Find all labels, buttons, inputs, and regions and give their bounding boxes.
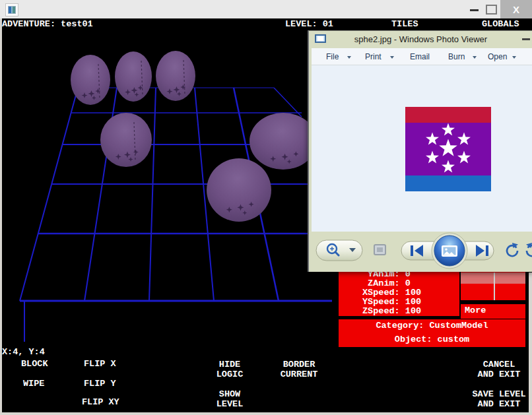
wipe-button[interactable]: WIPE [23,379,44,389]
menu-print[interactable]: Print [365,52,382,61]
flip-x-button[interactable]: FLIP X [84,360,116,369]
rotate-clockwise-button[interactable] [526,243,532,256]
more-button[interactable]: More [461,304,525,319]
category-label[interactable]: Category: CustomModel [339,321,525,331]
maximize-button[interactable] [486,5,497,15]
flip-y-button[interactable]: FLIP Y [84,379,116,389]
show-level-button[interactable]: SHOW LEVEL [211,389,248,409]
minimize-button[interactable] [470,9,479,11]
screen: X ADVENT [0,0,532,415]
menu-email[interactable]: Email [410,52,430,61]
fit-to-window-button[interactable] [374,245,385,255]
block-button[interactable]: BLOCK [21,360,48,369]
cancel-and-exit-button[interactable]: CANCEL AND EXIT [471,360,527,379]
photo-viewer-menubar: File Print Email Burn Open [312,48,532,65]
save-level-and-exit-button[interactable]: SAVE LEVEL AND EXIT [471,389,527,409]
tiles-button[interactable]: TILES [391,20,418,29]
window-border-left [0,18,2,415]
object-anim-speed-values[interactable]: YAnim: 0 ZAnim: 0 XSpeed: 100 YSpeed: 10… [362,270,421,316]
level-label[interactable]: LEVEL: 01 [285,20,333,29]
photo-viewer-content [312,65,532,232]
sphere-object[interactable] [100,113,152,167]
photo-viewer-title: sphe2.jpg - Windows Photo Viewer [309,34,532,44]
photo-viewer-window: sphe2.jpg - Windows Photo Viewer File Pr… [308,30,532,272]
more-label: More [465,306,486,315]
menu-file[interactable]: File [326,52,339,61]
photo-viewer-toolbar [309,232,532,272]
flip-xy-button[interactable]: FLIP XY [82,398,119,407]
sphere-object[interactable] [249,113,317,170]
object-label[interactable]: Object: custom [339,335,525,344]
window-border-bottom [0,412,532,415]
chevron-down-icon[interactable] [473,56,477,59]
menu-burn[interactable]: Burn [448,52,465,61]
sphere-object[interactable] [71,55,110,105]
object-category-panel: Category: CustomModel Object: custom [339,319,525,347]
scroll-indicator-line [494,272,495,300]
menu-open[interactable]: Open [488,52,507,61]
app-icon-picture [8,6,16,14]
play-slideshow-button[interactable] [432,233,467,269]
sphere-object[interactable] [207,158,271,222]
rotate-counterclockwise-button[interactable] [507,243,518,256]
app-icon[interactable] [5,3,18,16]
chevron-down-icon[interactable] [390,56,394,59]
flag-stars [405,107,491,191]
photo-viewer-minimize-button[interactable] [522,38,530,40]
window-border-right [529,272,532,415]
sphere-object[interactable] [115,51,152,102]
hide-logic-button[interactable]: HIDE LOGIC [211,360,248,379]
chevron-down-icon[interactable] [347,56,351,59]
globals-button[interactable]: GLOBALS [482,20,519,29]
object-properties-panel: YAnim: 0 ZAnim: 0 XSpeed: 100 YSpeed: 10… [339,266,459,316]
chevron-down-icon[interactable] [512,56,516,59]
zoom-pill [316,240,362,261]
close-button[interactable]: X [500,0,532,18]
adventure-label: ADVENTURE: test01 [2,20,93,29]
photo-viewer-icon [315,34,326,43]
sphere-object[interactable] [156,51,195,101]
border-current-button[interactable]: BORDER CURRENT [279,360,319,379]
photo-image [405,107,491,191]
cursor-coordinates: X:4, Y:4 [2,348,45,357]
scroll-highlight [461,272,525,284]
app-titlebar: X [0,0,532,18]
